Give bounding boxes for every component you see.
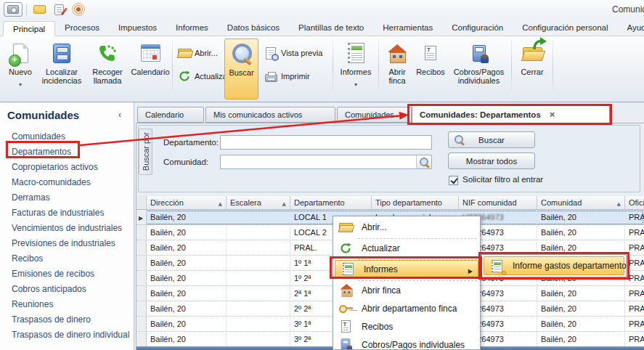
- sidebar-item-macro-comunidades[interactable]: Macro-comunidades: [12, 175, 91, 190]
- doc-tab-departamentos-active[interactable]: Comunidades: Departamentos: [412, 105, 610, 123]
- vista-previa-button[interactable]: Vista previa: [264, 45, 322, 61]
- abrir-finca-button[interactable]: Abrir finca: [381, 38, 413, 99]
- actualizar-button[interactable]: Actualizar: [178, 68, 229, 84]
- localizar-incidencias-button[interactable]: Localizar incidencias: [38, 38, 85, 99]
- receipt-icon: [418, 41, 443, 65]
- sidebar-item-copropietarios[interactable]: Copropietarios activos: [12, 160, 98, 175]
- row-marker: [136, 271, 147, 285]
- ribbon-tab-configuracion-personal[interactable]: Configuración personal: [513, 20, 617, 36]
- menu-item-label: Informes: [364, 264, 398, 274]
- sidebar-item-traspasos-individual[interactable]: Traspasos de dinero individual: [12, 327, 129, 343]
- buscar-button[interactable]: Buscar: [448, 131, 535, 148]
- ribbon-tab-plantillas[interactable]: Plantillas de texto: [289, 20, 373, 36]
- menu-item-abrir-finca[interactable]: Abrir finca: [333, 281, 480, 299]
- cell-direccion: Bailén, 20: [147, 317, 227, 331]
- collapse-chevron-icon[interactable]: [115, 110, 125, 121]
- cell-oficina: PRAC: [625, 317, 644, 331]
- abrir-label: Abrir...: [195, 49, 218, 57]
- menu-item-recibos[interactable]: Recibos: [333, 317, 480, 335]
- column-header-direccion[interactable]: Dirección: [147, 196, 227, 209]
- cerrar-label: Cerrar: [521, 68, 543, 76]
- calendario-button[interactable]: Calendario: [130, 38, 171, 99]
- comunidad-lookup-button[interactable]: [416, 155, 431, 168]
- ribbon-tab-principal[interactable]: Principal: [3, 21, 55, 36]
- doc-tab-label: Comunidades: Departamentos: [420, 110, 541, 119]
- app-menu-button[interactable]: [4, 2, 23, 17]
- menu-item-cobros-pagos[interactable]: Cobros/Pagos individuales: [333, 335, 480, 350]
- doc-tab-comunidades[interactable]: Comunidades: [337, 107, 412, 123]
- ribbon-tab-configuracion[interactable]: Configuración: [442, 20, 513, 36]
- recoger-llamada-button[interactable]: Recoger llamada: [86, 38, 129, 99]
- row-marker: [136, 225, 147, 240]
- column-header-tipo[interactable]: Tipo departamento: [372, 196, 459, 209]
- departamento-input[interactable]: [220, 135, 432, 150]
- submenu-arrow-icon: [468, 263, 473, 276]
- ribbon-tab-procesos[interactable]: Procesos: [55, 20, 109, 36]
- menu-item-informes[interactable]: Informes: [335, 260, 478, 278]
- key-icon: [338, 301, 354, 317]
- sidebar-item-vencimientos[interactable]: Vencimientos de industriales: [12, 221, 122, 236]
- doc-tab-comunicados[interactable]: Mis comunicados activos: [205, 107, 335, 123]
- context-submenu: Informe gastos departamento: [481, 254, 627, 277]
- ribbon-tab-informes[interactable]: Informes: [166, 20, 218, 36]
- cell-oficina: PRAC: [625, 286, 644, 301]
- sidebar-item-recibos[interactable]: Recibos: [12, 251, 43, 266]
- sidebar-item-cobros-anticipados[interactable]: Cobros anticipados: [12, 282, 86, 297]
- notes-icon: [54, 4, 64, 15]
- buscar-por-vertical-tab[interactable]: Buscar por: [139, 129, 152, 175]
- ribbon-tab-herramientas[interactable]: Herramientas: [373, 20, 442, 36]
- group-separator: [333, 39, 333, 97]
- page-magnifier-icon: [266, 47, 276, 60]
- recibos-ribbon-button[interactable]: Recibos: [415, 38, 447, 99]
- buscar-por-label: Buscar por: [142, 132, 150, 171]
- menu-item-actualizar[interactable]: Actualizar: [333, 239, 480, 257]
- column-header-comunidad[interactable]: Comunidad: [537, 196, 625, 209]
- close-icon[interactable]: [550, 110, 555, 119]
- buscar-ribbon-button[interactable]: Buscar: [224, 38, 258, 99]
- cobros-pagos-button[interactable]: Cobros/Pagos individuales: [448, 38, 510, 99]
- informes-ribbon-button[interactable]: Informes: [335, 38, 376, 99]
- cerrar-button[interactable]: Cerrar: [514, 38, 550, 99]
- submenu-item-informe-gastos[interactable]: Informe gastos departamento: [484, 256, 624, 275]
- row-marker: [136, 240, 147, 255]
- sidebar-item-departamentos[interactable]: Departamentos: [12, 145, 71, 160]
- sidebar-item-comunidades[interactable]: Comunidades: [12, 129, 65, 145]
- ribbon-tab-impuestos[interactable]: Impuestos: [109, 20, 166, 36]
- column-header-nif[interactable]: NIF comunidad: [459, 196, 537, 209]
- menu-item-abrir-departamento-finca[interactable]: Abrir departamento finca: [333, 299, 480, 317]
- column-header-escalera[interactable]: Escalera: [227, 196, 290, 209]
- sidebar-item-previsiones[interactable]: Previsiones de industriales: [12, 236, 115, 251]
- cell-oficina: PRAC: [625, 301, 644, 316]
- broadcast-icon: [76, 7, 81, 12]
- search-icon: [419, 157, 430, 168]
- notes-button[interactable]: [49, 2, 68, 17]
- column-header-departamento[interactable]: Departamento: [290, 196, 372, 209]
- recibos-label: Recibos: [416, 68, 445, 76]
- sidebar-item-facturas[interactable]: Facturas de industriales: [12, 205, 104, 221]
- comunidad-input[interactable]: [220, 155, 432, 169]
- mail-button[interactable]: [30, 2, 49, 17]
- nuevo-button[interactable]: Nuevo: [4, 38, 37, 99]
- sidebar-item-reuniones[interactable]: Reuniones: [12, 297, 53, 312]
- menu-item-label: Abrir departamento finca: [362, 304, 457, 314]
- cell-oficina: PRAC: [625, 271, 644, 285]
- sidebar-item-emisiones[interactable]: Emisiones de recibos: [12, 266, 94, 282]
- ribbon-tab-ayuda[interactable]: Ayuda: [618, 20, 644, 36]
- solicitar-filtro-checkbox[interactable]: [449, 176, 458, 185]
- green-arrow-icon: [531, 36, 547, 51]
- folder-icon: [178, 48, 191, 58]
- column-header-oficina[interactable]: Oficina: [625, 196, 644, 209]
- mostrar-todos-button[interactable]: Mostrar todos: [448, 152, 535, 169]
- imprimir-button[interactable]: Imprimir: [264, 68, 310, 84]
- broadcast-button[interactable]: [69, 2, 88, 17]
- cell-oficina: PRAC: [625, 210, 644, 224]
- doc-tab-calendario[interactable]: Calendario: [137, 107, 204, 123]
- sidebar-item-derramas[interactable]: Derramas: [12, 190, 50, 205]
- page-plus-icon: [13, 44, 28, 63]
- abrir-button[interactable]: Abrir...: [178, 45, 218, 61]
- refresh-icon: [178, 70, 191, 83]
- sidebar-item-traspasos[interactable]: Traspasos de dinero: [12, 312, 91, 327]
- ribbon-tab-datos-basicos[interactable]: Datos básicos: [218, 20, 289, 36]
- cell-direccion: Bailén, 20: [147, 271, 227, 285]
- menu-item-abrir[interactable]: Abrir...: [333, 218, 480, 236]
